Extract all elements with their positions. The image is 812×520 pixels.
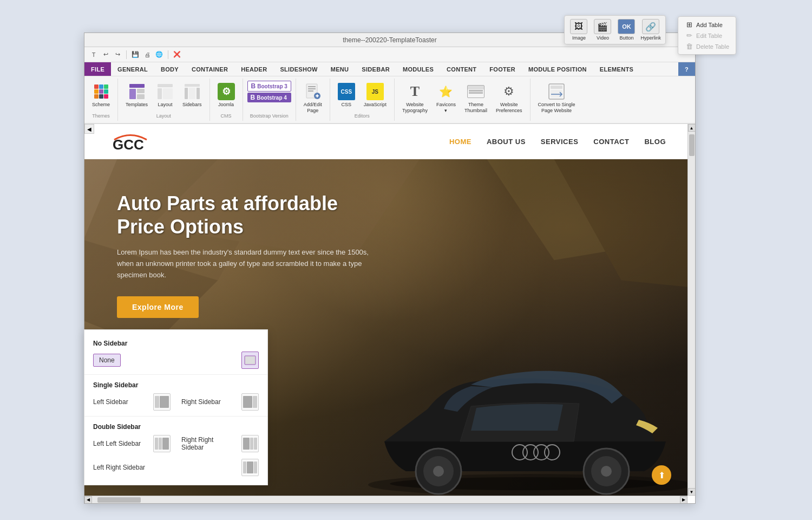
ribbon-group-layout: Templates Layout — [118, 79, 210, 121]
edit-table-btn[interactable]: ✏ Edit Table — [684, 31, 730, 40]
ribbon-bootstrap-items: B Bootstrap 3 B Bootstrap 4 — [247, 81, 291, 112]
left-right-option[interactable]: Left Right Sidebar — [93, 464, 237, 471]
favicons-btn[interactable]: ⭐ Favicons▾ — [433, 81, 459, 116]
sidebars-label: Sidebars — [182, 102, 202, 108]
joomla-btn[interactable]: ⚙ Joomla — [214, 81, 238, 110]
right-right-icon — [241, 435, 259, 452]
menu-body[interactable]: BODY — [154, 62, 185, 76]
toolbar-joomla-small-btn[interactable]: ❌ — [172, 50, 182, 60]
add-table-btn[interactable]: ⊞ Add Table — [684, 20, 730, 29]
button-quick-btn[interactable]: OK Button — [617, 19, 636, 41]
ribbon-convert-items: Convert to SinglePage Website — [535, 81, 579, 117]
hscroll-thumb[interactable] — [97, 497, 141, 503]
menu-content[interactable]: CONTENT — [440, 62, 483, 76]
menu-elements[interactable]: ELEMENTS — [593, 62, 640, 76]
convert-label: Convert to SinglePage Website — [538, 102, 575, 114]
nav-services[interactable]: SERVICES — [541, 138, 579, 146]
svg-text:GCC: GCC — [113, 136, 144, 153]
add-edit-page-btn[interactable]: Add/EditPage — [300, 81, 325, 116]
nav-blog[interactable]: BLOG — [644, 138, 666, 146]
menu-slideshow[interactable]: SLIDESHOW — [273, 62, 324, 76]
nav-about[interactable]: ABOUT US — [487, 138, 526, 146]
vertical-scrollbar[interactable]: ▲ ▼ — [687, 124, 695, 496]
scroll-top-btn[interactable]: ⬆ — [652, 465, 671, 485]
website-typography-icon: T — [406, 83, 423, 100]
sidebars-btn[interactable]: Sidebars — [179, 81, 205, 110]
add-table-label: Add Table — [696, 22, 723, 28]
image-quick-btn[interactable]: 🖼 Image — [569, 19, 588, 41]
theme-thumbnail-btn[interactable]: ThemeThumbnail — [461, 81, 490, 116]
toolbar-font-btn[interactable]: T — [89, 50, 99, 60]
toolbar-globe-btn[interactable]: 🌐 — [154, 50, 164, 60]
bootstrap4-label: Bootstrap 4 — [257, 95, 287, 101]
explore-more-btn[interactable]: Explore More — [117, 296, 199, 318]
vscroll-up-btn[interactable]: ▲ — [688, 124, 696, 132]
menu-menu[interactable]: MENU — [324, 62, 356, 76]
right-right-option[interactable]: Right Right Sidebar — [181, 436, 237, 451]
menu-sidebar[interactable]: SIDEBAR — [355, 62, 396, 76]
horizontal-scrollbar[interactable]: ◀ ▶ — [84, 496, 687, 503]
single-sidebar-options: Left Sidebar Right Sidebar — [84, 391, 267, 413]
edit-table-label: Edit Table — [696, 32, 722, 39]
convert-btn[interactable]: Convert to SinglePage Website — [535, 81, 579, 116]
scheme-btn[interactable]: Scheme — [89, 81, 113, 110]
double-sidebar-title: Double Sidebar — [84, 420, 267, 433]
none-label[interactable]: None — [93, 354, 121, 367]
menu-header[interactable]: HEADER — [234, 62, 273, 76]
left-left-option[interactable]: Left Left Sidebar — [93, 440, 149, 447]
add-table-icon: ⊞ — [685, 21, 693, 29]
website-typography-btn[interactable]: T WebsiteTypography — [399, 81, 431, 116]
website-preferences-btn[interactable]: ⚙ WebsitePreferences — [493, 81, 526, 116]
menu-module-position[interactable]: MODULE POSITION — [522, 62, 593, 76]
hero-description: Lorem Ipsum has been the industry's stan… — [117, 247, 377, 281]
templates-btn[interactable]: Templates — [122, 81, 151, 110]
vscroll-down-btn[interactable]: ▼ — [688, 488, 696, 496]
toolbar-save-btn[interactable]: 💾 — [130, 50, 140, 60]
ribbon-layout-items: Templates Layout — [122, 81, 205, 112]
hscroll-left-btn[interactable]: ◀ — [84, 496, 92, 504]
toolbar-print-btn[interactable]: 🖨 — [142, 50, 152, 60]
ribbon-page-items: Add/EditPage — [300, 81, 325, 117]
toolbar-redo-btn[interactable]: ↪ — [113, 50, 122, 60]
joomla-icon: ⚙ — [218, 83, 235, 100]
ribbon: Scheme Themes Templates — [84, 76, 695, 124]
ribbon-group-typography: T WebsiteTypography ⭐ Favicons▾ ThemeThu… — [395, 79, 531, 121]
javascript-btn[interactable]: JS JavaScript — [361, 81, 390, 110]
toolbar-sep2 — [168, 50, 168, 59]
no-sidebar-title: No Sidebar — [84, 336, 267, 349]
bootstrap4-badge[interactable]: B Bootstrap 4 — [247, 93, 291, 102]
layout-icon — [156, 83, 174, 100]
collapse-panel-btn[interactable]: ◀ — [84, 124, 94, 134]
delete-table-btn[interactable]: 🗑 Delete Table — [684, 42, 730, 51]
layout-btn[interactable]: Layout — [153, 81, 177, 110]
none-option[interactable]: None — [93, 354, 237, 367]
bootstrap-version-stack[interactable]: B Bootstrap 3 B Bootstrap 4 — [247, 81, 291, 102]
menu-container[interactable]: CONTAINER — [185, 62, 234, 76]
nav-home[interactable]: HOME — [449, 138, 472, 146]
bootstrap3-badge[interactable]: B Bootstrap 3 — [247, 81, 291, 92]
convert-icon — [548, 83, 565, 100]
button-icon: OK — [618, 19, 635, 34]
menu-help[interactable]: ? — [678, 62, 695, 76]
vscroll-thumb[interactable] — [689, 134, 695, 156]
table-toolbar: ⊞ Add Table ✏ Edit Table 🗑 Delete Table — [678, 16, 736, 55]
svg-rect-13 — [308, 88, 316, 89]
css-btn[interactable]: CSS CSS — [335, 81, 358, 110]
menu-modules[interactable]: MODULES — [396, 62, 440, 76]
video-quick-btn[interactable]: 🎬 Video — [593, 19, 612, 41]
theme-thumbnail-icon — [467, 83, 484, 100]
website-typography-label: WebsiteTypography — [402, 102, 428, 114]
menu-file[interactable]: FILE — [84, 62, 111, 76]
menu-footer[interactable]: FOOTER — [483, 62, 522, 76]
hyperlink-quick-btn[interactable]: 🔗 Hyperlink — [640, 19, 661, 41]
hscroll-right-btn[interactable]: ▶ — [680, 496, 687, 504]
nav-contact[interactable]: CONTACT — [593, 138, 629, 146]
menu-general[interactable]: GENERAL — [111, 62, 154, 76]
right-sidebar-option[interactable]: Right Sidebar — [181, 398, 237, 406]
ribbon-editors-label: Editors — [355, 112, 370, 119]
toolbar-undo-btn[interactable]: ↩ — [101, 50, 110, 60]
add-edit-page-icon — [304, 83, 322, 100]
left-sidebar-option[interactable]: Left Sidebar — [93, 398, 149, 406]
divider-2 — [84, 416, 267, 417]
image-label: Image — [572, 35, 586, 41]
